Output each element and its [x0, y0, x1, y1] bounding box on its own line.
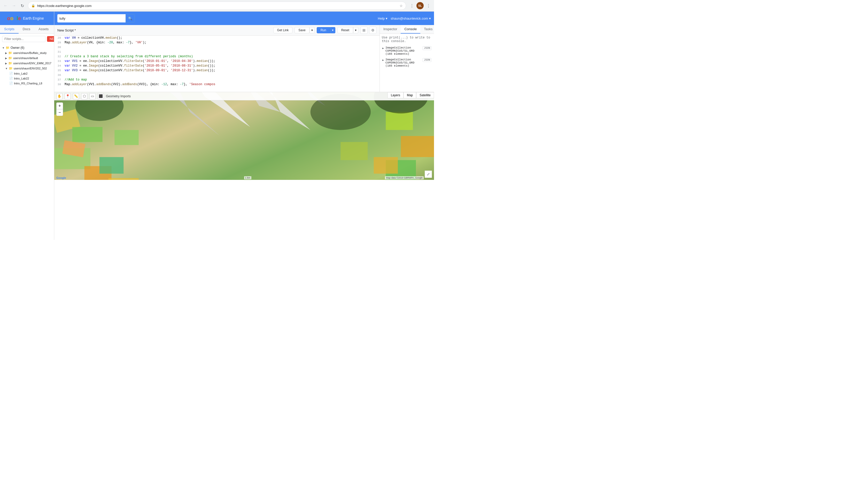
settings-icon-button[interactable]: ⚙ — [369, 27, 376, 34]
code-line-28: 28 var VH = collectionVH.median(); — [54, 36, 379, 40]
tree-file-charting[interactable]: 📄 Intro_RS_Charting_L8 — [0, 81, 54, 86]
svg-rect-15 — [108, 178, 139, 180]
grid-icon-button[interactable]: ⊞ — [361, 27, 368, 34]
filter-input[interactable] — [2, 36, 45, 42]
svg-rect-36 — [340, 142, 368, 160]
save-button[interactable]: Save — [294, 27, 309, 33]
tree-env-emm[interactable]: ▶ 📁 users/shaun/ENV_EMM_2017 — [0, 61, 54, 66]
reset-button[interactable]: Reset — [337, 27, 353, 33]
code-line-29: 29 Map.addLayer(VH, {min: -20, max: -7},… — [54, 40, 379, 45]
editor-toolbar: New Script * Get Link Save ▾ Run ▾ Reset — [54, 25, 379, 36]
search-container: 🔍 — [57, 14, 135, 23]
search-bar — [57, 14, 126, 23]
polygon-tool-button[interactable]: ⬠ — [81, 93, 87, 99]
address-bar: 🔒 ☆ — [28, 2, 406, 10]
center-right-area: 🔍 Help ▾ shaun@shaunlevick.com ▾ — [54, 11, 434, 240]
code-line-38: 38 Map.addLayer(VV1.addBands(VV2).addBan… — [54, 82, 379, 87]
layers-button[interactable]: Layers — [388, 92, 404, 98]
tree-expand-icon: ▶ — [5, 62, 7, 65]
rectangle-tool-button[interactable]: ▭ — [89, 93, 96, 99]
forward-button[interactable]: → — [10, 2, 18, 9]
file-icon: 📄 — [9, 72, 13, 75]
url-input[interactable] — [37, 4, 398, 8]
user-email[interactable]: shaun@shaunlevick.com ▾ — [391, 16, 431, 21]
folder-icon: 📁 — [9, 67, 13, 70]
map-controls: + − — [56, 102, 63, 116]
lock-icon: 🔒 — [31, 4, 35, 7]
code-line-37: 37 //Add to map — [54, 77, 379, 82]
line-tool-button[interactable]: 📏 — [73, 93, 79, 99]
zoom-out-button[interactable]: − — [56, 109, 63, 116]
tab-docs[interactable]: Docs — [19, 25, 35, 34]
user-arrow-icon: ▾ — [429, 16, 431, 21]
run-button[interactable]: Run — [317, 27, 330, 33]
map-type-toggle: Map Satellite — [404, 92, 434, 98]
back-button[interactable]: ← — [2, 2, 9, 9]
gee-logo: Google Earth Engine — [3, 15, 44, 22]
zoom-in-button[interactable]: + — [56, 102, 63, 109]
map-area[interactable]: ✋ 📍 📏 ⬠ ▭ ⬛ Geometry Imports + − — [54, 92, 434, 180]
earth-engine-label: Earth Engine — [23, 16, 44, 21]
user-avatar: SL — [416, 2, 424, 9]
nav-buttons: ← → ↻ — [2, 2, 26, 9]
code-line-32: 32 // Create a 3 band stack by selecting… — [54, 54, 379, 59]
run-dropdown-button[interactable]: ▾ — [330, 27, 335, 33]
folder-icon: 📁 — [8, 61, 12, 65]
bookmark-icon[interactable]: ☆ — [400, 4, 403, 8]
svg-rect-18 — [401, 136, 434, 157]
tree-owner[interactable]: ▼ 📁 Owner (6) — [0, 45, 54, 50]
refresh-button[interactable]: ↻ — [19, 2, 26, 9]
console-item-0[interactable]: ▶ ImageCollection COPERNICUS/S1_GRD (165… — [382, 46, 432, 56]
tab-console[interactable]: Console — [401, 25, 420, 34]
toolbar-icons: ⊞ ⚙ — [361, 27, 376, 34]
map-view-button[interactable]: Map — [404, 92, 416, 98]
console-item-1[interactable]: ▶ ImageCollection COPERNICUS/S1_GRD (165… — [382, 58, 432, 68]
save-dropdown-button[interactable]: ▾ — [309, 27, 315, 33]
tree-default[interactable]: ▶ 📁 users/shaun/default — [0, 56, 54, 61]
satellite-map — [54, 92, 434, 180]
tab-tasks[interactable]: Tasks — [420, 25, 434, 34]
expand-icon: ▶ — [382, 47, 384, 50]
profile-button[interactable]: SL — [416, 2, 424, 9]
map-attribution: Map data ©2019 GBRMPA, Google — [385, 176, 424, 179]
hand-tool-button[interactable]: ✋ — [56, 93, 63, 99]
tree-file-lab2[interactable]: 📄 Intro_Lab2 — [0, 71, 54, 76]
satellite-view-button[interactable]: Satellite — [416, 92, 434, 98]
json-badge[interactable]: JSON — [423, 58, 431, 62]
console-content: Use print(...) to write to this console.… — [380, 34, 434, 92]
search-button[interactable]: 🔍 — [126, 14, 135, 23]
json-badge[interactable]: JSON — [423, 46, 431, 50]
stop-tool-button[interactable]: ⬛ — [98, 93, 104, 99]
code-line-31: 31 — [54, 49, 379, 54]
extensions-button[interactable]: ⋮ — [408, 2, 415, 9]
geometry-imports-label: Geometry Imports — [106, 95, 131, 98]
top-bar-actions: Help ▾ shaun@shaunlevick.com ▾ — [378, 16, 431, 21]
tree-env202[interactable]: ▼ 📁 users/shaun/ENV202_502 — [0, 66, 54, 71]
fullscreen-button[interactable]: ⤢ — [425, 171, 432, 178]
left-tabs: Scripts Docs Assets — [0, 25, 54, 34]
svg-rect-14 — [99, 157, 123, 174]
tab-scripts[interactable]: Scripts — [0, 25, 19, 34]
tab-assets[interactable]: Assets — [34, 25, 53, 34]
reset-dropdown-button[interactable]: ▾ — [353, 27, 358, 33]
script-title: New Script * — [57, 28, 271, 32]
code-line-36: 36 — [54, 73, 379, 77]
folder-icon: 📁 — [8, 56, 12, 60]
help-button[interactable]: Help ▾ — [378, 16, 388, 21]
browser-chrome: ← → ↻ 🔒 ☆ ⋮ SL ⋮ — [0, 0, 434, 11]
tree-buffalo[interactable]: ▶ 📁 users/shaun/Buffalo_study — [0, 50, 54, 56]
get-link-button[interactable]: Get Link — [273, 27, 293, 33]
reset-group: Reset ▾ — [337, 27, 358, 33]
tab-inspector[interactable]: Inspector — [380, 25, 401, 34]
map-top-right: Layers Map Satellite — [388, 92, 434, 98]
more-button[interactable]: ⋮ — [425, 2, 432, 9]
search-input[interactable] — [59, 16, 123, 21]
tree-expand-icon: ▶ — [5, 52, 7, 55]
left-panel: Google Earth Engine Scripts Docs Assets … — [0, 11, 54, 240]
new-button[interactable]: NEW ▾ — [47, 36, 54, 42]
google-map-logo: Google — [56, 176, 66, 179]
tree-file-lab22[interactable]: 📄 Intro_Lab22 — [0, 76, 54, 81]
code-line-35: 35 var VV3 = ee.Image(collectionVV.filte… — [54, 68, 379, 73]
point-tool-button[interactable]: 📍 — [65, 93, 71, 99]
file-icon: 📄 — [9, 81, 13, 85]
